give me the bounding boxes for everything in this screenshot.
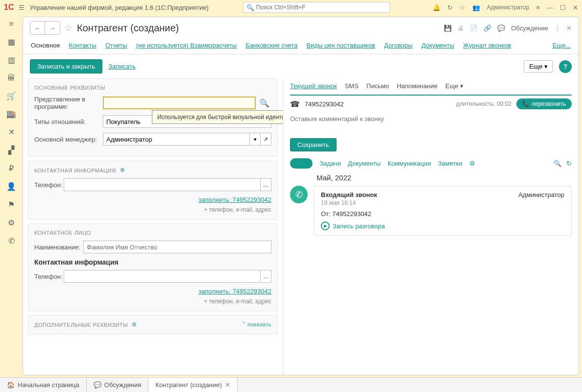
save-close-button[interactable]: Записать и закрыть xyxy=(30,59,102,74)
rail-gear-icon[interactable]: ⚙ xyxy=(8,218,15,227)
kebab-icon[interactable]: ⋮ xyxy=(554,24,560,32)
feed-card[interactable]: Входящий звонок Администратор 19 мая 16:… xyxy=(314,186,572,236)
call-number: 74952293042 xyxy=(305,100,344,108)
extra-gear-icon[interactable]: ⚙ xyxy=(132,321,137,328)
rtab-remind[interactable]: Напоминание xyxy=(397,82,437,90)
name-input[interactable] xyxy=(103,97,256,109)
rail-calendar-icon[interactable]: ▥ xyxy=(8,55,15,65)
feed-date: 19 мая 16:14 xyxy=(321,199,564,206)
users-icon[interactable]: 👥 xyxy=(472,4,480,11)
rail-building-icon[interactable]: 🏛 xyxy=(7,74,15,82)
tab-calls[interactable]: Журнал звонков xyxy=(463,42,511,49)
favorite-icon[interactable]: ☆ xyxy=(64,22,73,34)
rtab-call[interactable]: Текущий звонок xyxy=(290,82,337,90)
contact-gear-icon[interactable]: ⚙ xyxy=(120,167,125,173)
discuss-label[interactable]: Обсуждение xyxy=(511,24,548,32)
contact-info-header: Контактная информация xyxy=(34,258,271,266)
feed-refresh-icon[interactable]: ↻ xyxy=(566,160,572,167)
page-title: Контрагент (создание) xyxy=(77,23,179,34)
tab-main[interactable]: Основное xyxy=(31,42,60,49)
rail-money-icon[interactable]: ₽ xyxy=(9,164,14,173)
entity-tabs: Основное Контакты Отчеты (не используетс… xyxy=(23,39,579,54)
rail-home-icon[interactable]: ▦ xyxy=(8,37,15,47)
section-contact-title: КОНТАКТНАЯ ИНФОРМАЦИЯ xyxy=(34,168,116,173)
tab-more[interactable]: Еще... xyxy=(553,42,571,49)
global-search[interactable]: 🔍 xyxy=(243,2,390,13)
mgr-open-icon[interactable]: ↗ xyxy=(261,133,271,146)
btab-discuss[interactable]: 💬 Обсуждения xyxy=(87,378,149,392)
rail-phone-icon[interactable]: ✆ xyxy=(8,236,15,245)
phone2-more-icon[interactable]: … xyxy=(261,270,271,283)
mgr-dropdown-icon[interactable]: ▾ xyxy=(250,133,261,146)
phone-more-icon[interactable]: … xyxy=(261,178,271,191)
bell-icon[interactable]: 🔔 xyxy=(433,4,440,11)
rail-chart-icon[interactable]: ▞ xyxy=(8,146,14,155)
navigation-rail: ≡ ▦ ▥ 🏛 🛒 🏬 ✕ ▞ ₽ 👤 ⚑ ⚙ ✆ xyxy=(0,15,23,377)
settings-icon[interactable]: ≡ xyxy=(536,4,540,11)
rail-store-icon[interactable]: 🏬 xyxy=(6,109,16,119)
cname-input[interactable] xyxy=(83,241,271,253)
feed-search-icon[interactable]: 🔍 xyxy=(554,160,561,167)
filter-notes[interactable]: Заметки xyxy=(438,160,462,167)
more-button[interactable]: Еще ▾ xyxy=(524,60,553,73)
show-extra-link[interactable]: ˅ показать xyxy=(242,321,271,328)
tab-prices[interactable]: Виды цен поставщиков xyxy=(306,42,375,49)
tab-contracts[interactable]: Договоры xyxy=(384,42,412,49)
tab-settlements[interactable]: (не используется) Взаиморасчеты xyxy=(136,42,237,49)
rtab-sms[interactable]: SMS xyxy=(345,82,359,90)
tab-reports[interactable]: Отчеты xyxy=(105,42,127,49)
save-button[interactable]: Записать xyxy=(108,63,136,70)
add-contact2-link[interactable]: + телефон, e-mail, адрес xyxy=(34,298,271,305)
name-tooltip: Используется для быстрой визуальной иден… xyxy=(152,110,283,124)
rail-tools-icon[interactable]: ✕ xyxy=(8,127,15,137)
fill-phone-link[interactable]: заполнить: 74952293042 xyxy=(198,196,271,203)
phone2-input[interactable] xyxy=(64,270,261,283)
tab-documents[interactable]: Документы xyxy=(421,42,454,49)
btab-counterparty[interactable]: Контрагент (создание) ✕ xyxy=(148,378,237,392)
btab-close-icon[interactable]: ✕ xyxy=(225,381,230,389)
rtab-mail[interactable]: Письмо xyxy=(366,82,389,90)
filter-tasks[interactable]: Задачи xyxy=(319,160,341,167)
name-search-icon[interactable]: 🔍 xyxy=(258,96,271,110)
cname-label: Наименование: xyxy=(34,244,83,251)
chat-icon[interactable]: 💬 xyxy=(497,24,505,32)
maximize-icon[interactable]: ☐ xyxy=(560,4,566,11)
section-person-title: КОНТАКТНОЕ ЛИЦО xyxy=(34,230,271,236)
save-comment-button[interactable]: Сохранить xyxy=(290,138,337,151)
global-search-input[interactable] xyxy=(256,4,387,11)
tab-contacts[interactable]: Контакты xyxy=(69,42,97,49)
filter-all[interactable]: Все xyxy=(290,158,313,169)
close-window-icon[interactable]: ✕ xyxy=(573,4,578,11)
tab-bank[interactable]: Банковские счета xyxy=(245,42,297,49)
history-icon[interactable]: ↻ xyxy=(447,4,453,11)
filter-comm[interactable]: Коммуникации xyxy=(388,160,431,167)
recording-link[interactable]: ▶ Запись разговора xyxy=(321,221,564,230)
nav-back-button[interactable]: ← xyxy=(30,22,45,34)
comment-input[interactable] xyxy=(290,112,572,137)
filter-gear-icon[interactable]: ⚙ xyxy=(469,160,475,167)
add-contact-link[interactable]: + телефон, e-mail, адрес xyxy=(34,206,271,213)
close-panel-icon[interactable]: ✕ xyxy=(566,24,572,32)
mgr-input[interactable] xyxy=(103,133,250,146)
doc-icon[interactable]: 📄 xyxy=(470,24,478,32)
fill-phone2-link[interactable]: заполнить: 74952293042 xyxy=(198,288,271,295)
print-icon[interactable]: 🖨 xyxy=(458,24,464,32)
phone-input[interactable] xyxy=(64,178,261,191)
save-icon[interactable]: 💾 xyxy=(444,24,452,32)
filter-docs[interactable]: Документы xyxy=(348,160,381,167)
btab-home[interactable]: 🏠 Начальная страница xyxy=(0,378,87,392)
rtab-more[interactable]: Еще ▾ xyxy=(445,82,463,90)
callback-button[interactable]: 📞 перезвонить xyxy=(516,98,572,109)
help-icon[interactable]: ? xyxy=(559,60,572,73)
rail-menu-icon[interactable]: ≡ xyxy=(9,20,13,28)
rail-flag-icon[interactable]: ⚑ xyxy=(8,200,15,209)
current-user[interactable]: Администратор xyxy=(487,4,530,11)
menu-icon[interactable]: ☰ xyxy=(19,4,24,11)
link-icon[interactable]: 🔗 xyxy=(484,24,491,32)
star-icon[interactable]: ☆ xyxy=(460,4,465,11)
nav-forward-button[interactable]: → xyxy=(45,22,60,34)
rail-cart-icon[interactable]: 🛒 xyxy=(6,91,16,100)
rail-person-icon[interactable]: 👤 xyxy=(6,182,16,191)
handset-icon: ☎ xyxy=(290,99,300,109)
minimize-icon[interactable]: — xyxy=(547,4,553,11)
